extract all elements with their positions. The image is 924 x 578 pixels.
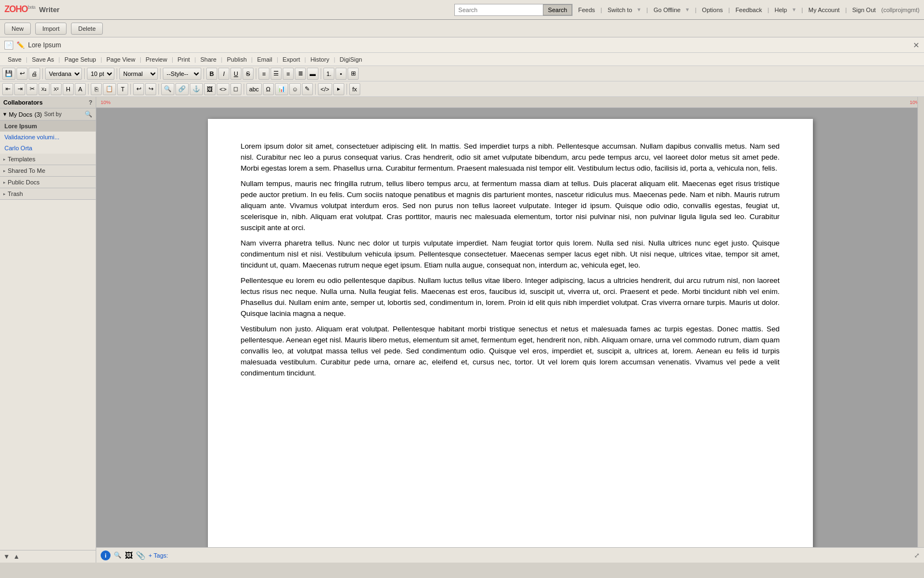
tb2-sub[interactable]: X₂ [38,83,50,95]
tb2-emoticon[interactable]: ☺ [289,83,301,95]
menu-save-as[interactable]: Save As [29,55,57,64]
new-button[interactable]: New [4,23,31,35]
my-docs-arrow[interactable]: ▾ [3,111,7,118]
public-docs-header[interactable]: ▸ Public Docs [0,177,96,188]
tb2-indent-left[interactable]: ⇤ [2,83,13,95]
tb2-paste[interactable]: 📋 [103,83,116,95]
options-link[interactable]: Options [702,7,723,13]
tb2-link[interactable]: 🔗 [175,83,189,95]
tb2-special-char[interactable]: Ω [263,83,274,95]
menu-history[interactable]: History [307,55,332,64]
font-family-select[interactable]: Verdana [45,68,82,80]
menu-preview[interactable]: Preview [142,55,170,64]
logo: ZOHObeta Writer [4,4,59,14]
doc-close-button[interactable]: ✕ [913,41,920,50]
tb2-formula[interactable]: fx [349,83,360,95]
zoom-button[interactable]: 🔍 [114,552,122,559]
menu-page-setup[interactable]: Page Setup [61,55,100,64]
menu-save[interactable]: Save [4,55,25,64]
status-icon-2[interactable]: 🖼 [125,551,133,560]
feeds-link[interactable]: Feeds [578,7,595,13]
tb-print-icon[interactable]: 🖨 [29,68,40,80]
tb-save-icon[interactable]: 💾 [2,68,15,80]
my-docs-count: (3) [35,111,42,118]
status-expand-icon[interactable]: ⤢ [914,552,920,559]
tb2-image[interactable]: 🖼 [204,83,216,95]
table-button[interactable]: ⊞ [348,68,359,80]
tb2-code[interactable]: <> [217,83,229,95]
info-icon[interactable]: i [101,550,111,560]
doc-item-1[interactable]: Validazione volumi... [0,132,96,143]
trash-header[interactable]: ▸ Trash [0,188,96,199]
sidebar-collapse-btn[interactable]: ▼ [3,553,10,560]
sidebar-expand-btn[interactable]: ▲ [13,553,20,560]
menu-print[interactable]: Print [174,55,194,64]
tb2-cut[interactable]: ✂ [26,83,37,95]
action-bar: New Import Delete [0,20,924,37]
tb2-color[interactable]: A [75,83,86,95]
tb2-sign[interactable]: ✎ [302,83,313,95]
underline-button[interactable]: U [230,68,241,80]
italic-button[interactable]: I [218,68,229,80]
doc-item-2[interactable]: Carlo Orta [0,143,96,154]
tb2-html[interactable]: </> [318,83,332,95]
ordered-list-button[interactable]: 1. [323,68,334,80]
menu-publish[interactable]: Publish [223,55,250,64]
unordered-list-button[interactable]: • [336,68,346,80]
go-offline-link[interactable]: Go Offline [653,7,680,13]
align-full-button[interactable]: ▬ [307,68,318,80]
menu-share[interactable]: Share [197,55,219,64]
shared-to-me-header[interactable]: ▸ Shared To Me [0,165,96,176]
tb2-highlight[interactable]: H [63,83,74,95]
align-left-button[interactable]: ≡ [258,68,270,80]
feedback-link[interactable]: Feedback [735,7,762,13]
tb2-copy[interactable]: ⎘ [91,83,102,95]
my-account-link[interactable]: My Account [809,7,840,13]
format-select[interactable]: --Style-- [163,68,201,80]
tb2-find[interactable]: 🔍 [161,83,174,95]
menu-email[interactable]: Email [254,55,276,64]
bold-button[interactable]: B [206,68,217,80]
search-input[interactable] [455,5,543,15]
search-button[interactable]: Search [543,4,572,15]
doc-item-0[interactable]: Lore Ipsum [0,121,96,132]
tb2-paste-text[interactable]: T [117,83,128,95]
vertical-scrollbar[interactable] [917,97,924,547]
align-center-button[interactable]: ☰ [271,68,282,80]
tb2-chart[interactable]: 📊 [275,83,288,95]
tb-undo-icon[interactable]: ↩ [16,68,28,80]
tags-button[interactable]: + Tags: [148,552,168,559]
align-justify-button[interactable]: ≣ [295,68,306,80]
trash-arrow: ▸ [3,192,6,197]
templates-header[interactable]: ▸ Templates [0,154,96,165]
help-link[interactable]: Help [774,7,787,13]
tb2-sup[interactable]: X² [51,83,62,95]
tb2-widget[interactable]: ◻ [230,83,241,95]
menu-digisign[interactable]: DigiSign [337,55,366,64]
tb2-spellcheck[interactable]: abc [246,83,262,95]
docs-search-icon[interactable]: 🔍 [85,111,92,118]
style-select[interactable]: Normal Heading 1 Heading 2 [119,68,158,80]
align-right-button[interactable]: ≡ [283,68,294,80]
search-box[interactable]: Search [454,4,573,16]
tb2-more[interactable]: ▸ [333,83,344,95]
tb2-indent-right[interactable]: ⇥ [14,83,25,95]
delete-button[interactable]: Delete [71,23,103,35]
strikethrough-button[interactable]: S [243,68,254,80]
document-page[interactable]: Lorem ipsum dolor sit amet, consectetuer… [208,119,813,552]
tb2-undo[interactable]: ↩ [133,83,144,95]
tb2-anchor[interactable]: ⚓ [190,83,203,95]
public-docs-group: ▸ Public Docs [0,177,96,188]
collaborators-header[interactable]: Collaborators ? [0,97,96,108]
main-area: Collaborators ? ▾ My Docs (3) Sort by 🔍 … [0,97,924,563]
import-button[interactable]: Import [35,23,67,35]
status-icon-3[interactable]: 📎 [136,551,145,560]
menu-export[interactable]: Export [279,55,304,64]
doc-edit-icon[interactable]: ✏️ [16,41,25,49]
menu-page-view[interactable]: Page View [103,55,139,64]
font-size-select[interactable]: 10 pt [87,68,114,80]
sign-out-link[interactable]: Sign Out [853,7,876,13]
tb2-redo[interactable]: ↪ [145,83,156,95]
switch-to-link[interactable]: Switch to [608,7,632,13]
collaborators-info-icon[interactable]: ? [89,99,92,106]
